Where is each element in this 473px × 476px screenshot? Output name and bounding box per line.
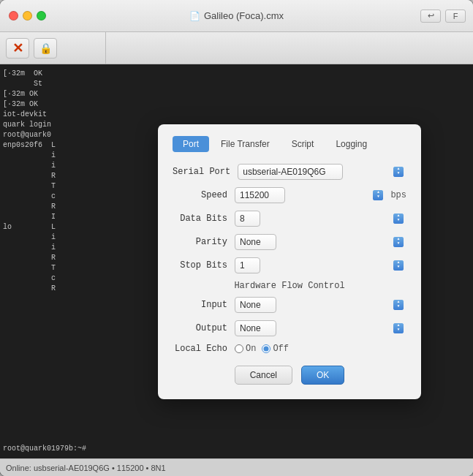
stop-bits-row: Stop Bits 1	[173, 257, 406, 273]
output-select-wrapper: None	[235, 320, 406, 336]
serial-port-select-wrapper: usbserial-AE019Q6G	[238, 164, 406, 180]
disconnect-button[interactable]: ✕	[6, 38, 29, 58]
speed-select-wrapper: 115200	[235, 187, 386, 203]
local-echo-off-label[interactable]: Off	[262, 344, 289, 354]
terminal-line: T	[3, 181, 103, 192]
serial-port-label: Serial Port	[173, 167, 238, 177]
serial-port-row: Serial Port usbserial-AE019Q6G	[173, 164, 406, 180]
terminal-line: iot-devkit	[3, 110, 103, 120]
parity-row: Parity None	[173, 234, 406, 250]
local-echo-on-radio[interactable]	[235, 344, 243, 353]
terminal-line: enp0s20f6 L	[3, 140, 103, 151]
right-panel: Port File Transfer Script Logging Serial…	[106, 64, 473, 458]
forward-icon: F	[453, 12, 458, 20]
lock-icon: 🔒	[39, 42, 52, 54]
ok-button[interactable]: OK	[301, 366, 344, 385]
forward-button[interactable]: F	[445, 10, 466, 23]
data-bits-select[interactable]: 8	[235, 211, 260, 227]
tab-file-transfer[interactable]: File Transfer	[211, 136, 280, 152]
right-toolbar	[106, 32, 473, 64]
terminal-line: i	[3, 243, 103, 253]
local-echo-row: Local Echo On Off	[173, 344, 406, 354]
right-terminal[interactable]: Port File Transfer Script Logging Serial…	[106, 64, 473, 458]
terminal-line: I	[3, 212, 103, 222]
terminal-line: root@quark0	[3, 130, 103, 140]
tab-bar: Port File Transfer Script Logging	[173, 136, 406, 152]
serial-port-select[interactable]: usbserial-AE019Q6G	[238, 164, 343, 180]
cancel-button[interactable]: Cancel	[235, 366, 292, 385]
tab-port[interactable]: Port	[173, 136, 209, 152]
local-echo-off-radio[interactable]	[262, 344, 270, 353]
statusbar: Online: usbserial-AE019Q6G • 115200 • 8N…	[0, 458, 473, 476]
terminal-line: [·32m OK	[3, 69, 103, 79]
speed-row: Speed 115200 bps	[173, 187, 406, 203]
output-row: Output None	[173, 320, 406, 336]
terminal-line: R	[3, 284, 103, 294]
local-echo-label: Local Echo	[173, 344, 235, 354]
data-bits-row: Data Bits 8	[173, 211, 406, 227]
data-bits-arrows-icon	[393, 214, 404, 224]
parity-select[interactable]: None	[235, 234, 276, 250]
port-settings-modal: Port File Transfer Script Logging Serial…	[158, 124, 421, 399]
terminal-line: i	[3, 151, 103, 161]
terminal-line: quark login	[3, 120, 103, 130]
input-select-wrapper: None	[235, 297, 406, 313]
stop-bits-select[interactable]: 1	[235, 257, 260, 273]
back-icon: ↩	[428, 11, 434, 20]
back-button[interactable]: ↩	[420, 10, 441, 23]
parity-label: Parity	[173, 237, 235, 247]
minimize-button[interactable]	[23, 11, 32, 20]
local-echo-on-label[interactable]: On	[235, 344, 256, 354]
stop-bits-select-wrapper: 1	[235, 257, 406, 273]
statusbar-text: Online: usbserial-AE019Q6G • 115200 • 8N…	[6, 464, 166, 472]
terminal-line: i	[3, 161, 103, 171]
lock-button[interactable]: 🔒	[34, 38, 57, 58]
data-bits-select-wrapper: 8	[235, 211, 406, 227]
app-window: 📄 Galileo (Foca).cmx ↩ F ✕ 🔒	[0, 0, 473, 476]
titlebar-right-buttons: ↩ F	[420, 10, 473, 23]
select-arrows-icon	[393, 167, 404, 177]
close-button[interactable]	[9, 11, 18, 20]
output-label: Output	[173, 323, 235, 333]
titlebar: 📄 Galileo (Foca).cmx ↩ F	[0, 0, 473, 32]
window-title: 📄 Galileo (Foca).cmx	[189, 10, 284, 21]
terminal-line: [·32m OK	[3, 89, 103, 99]
output-arrows-icon	[393, 323, 404, 333]
output-select[interactable]: None	[235, 320, 276, 336]
hw-flow-section-header: Hardware Flow Control	[173, 281, 406, 291]
terminal-line: St	[3, 79, 103, 89]
traffic-lights	[0, 11, 46, 20]
terminal-line: T	[3, 263, 103, 273]
modal-overlay: Port File Transfer Script Logging Serial…	[106, 64, 473, 458]
terminal-line: c	[3, 192, 103, 202]
speed-label: Speed	[173, 190, 235, 200]
terminal-panel: [·32m OK St [·32m OK [·32m OK iot-devkit…	[0, 64, 106, 458]
terminal-line: R	[3, 202, 103, 212]
data-bits-label: Data Bits	[173, 214, 235, 224]
tab-script[interactable]: Script	[281, 136, 325, 152]
speed-unit: bps	[386, 190, 406, 200]
left-toolbar: ✕ 🔒	[0, 32, 106, 64]
input-row: Input None	[173, 297, 406, 313]
terminal-line: R	[3, 253, 103, 263]
maximize-button[interactable]	[37, 11, 46, 20]
input-select[interactable]: None	[235, 297, 276, 313]
local-echo-off-text: Off	[273, 344, 289, 354]
local-echo-radio-group: On Off	[235, 344, 289, 354]
parity-select-wrapper: None	[235, 234, 406, 250]
local-echo-on-text: On	[246, 344, 256, 354]
terminal-line: c	[3, 273, 103, 284]
title-text: Galileo (Foca).cmx	[204, 10, 284, 21]
button-row: Cancel OK	[173, 366, 406, 385]
terminal-prompt: root@quark01979b:~#	[3, 444, 103, 454]
terminal-line: lo L	[3, 222, 103, 233]
terminal-line: i	[3, 233, 103, 243]
input-label: Input	[173, 300, 235, 310]
terminal-line: R	[3, 171, 103, 181]
stop-bits-label: Stop Bits	[173, 260, 235, 271]
tab-logging[interactable]: Logging	[325, 136, 377, 152]
parity-arrows-icon	[393, 237, 404, 247]
content-area: [·32m OK St [·32m OK [·32m OK iot-devkit…	[0, 64, 473, 458]
speed-select[interactable]: 115200	[235, 187, 285, 203]
terminal-line: [·32m OK	[3, 99, 103, 110]
